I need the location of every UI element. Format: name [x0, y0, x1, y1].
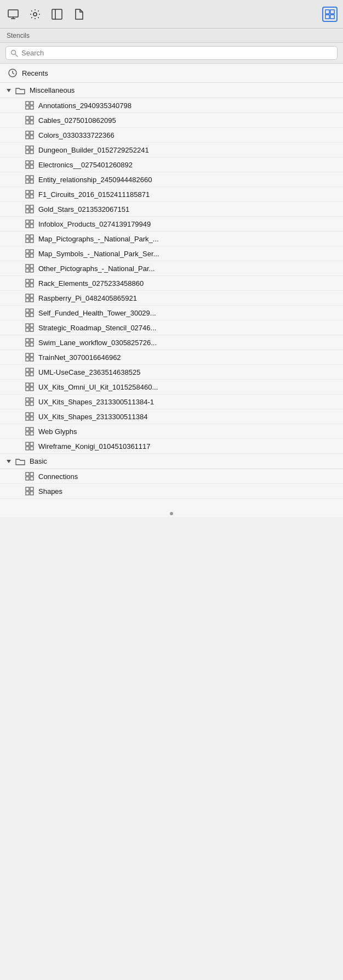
recents-label: Recents: [22, 69, 48, 77]
stencil-grid-icon: [25, 294, 34, 302]
svg-rect-15: [26, 106, 29, 109]
svg-rect-36: [30, 180, 33, 183]
item-label: Gold_Stars_0213532067151: [38, 205, 129, 213]
miscellaneous-label: Miscellaneous: [30, 86, 75, 94]
list-item[interactable]: Shapes: [0, 484, 343, 499]
svg-rect-75: [26, 328, 29, 331]
basic-section-header[interactable]: Basic: [0, 454, 343, 469]
stencil-grid-icon: [25, 264, 34, 273]
svg-rect-89: [26, 383, 29, 386]
stencil-grid-icon: [25, 160, 34, 169]
svg-rect-76: [30, 328, 33, 331]
search-bar: [0, 43, 343, 64]
svg-rect-93: [26, 398, 29, 401]
list-item[interactable]: Annotations_2940935340798: [0, 98, 343, 113]
list-item[interactable]: Map_Symbols_-_National_Park_Ser...: [0, 246, 343, 261]
svg-rect-45: [26, 220, 29, 223]
stencil-grid-icon: [25, 175, 34, 184]
svg-rect-65: [26, 294, 29, 297]
list-item[interactable]: Dungeon_Builder_0152729252241: [0, 143, 343, 157]
svg-rect-28: [30, 150, 33, 154]
panel-content: Recents Miscellaneous Annotations_294093…: [0, 64, 343, 510]
list-item[interactable]: Raspberry_Pi_0482405865921: [0, 291, 343, 306]
list-item[interactable]: Infoblox_Products_0274139179949: [0, 217, 343, 232]
folder-icon-miscellaneous: [15, 87, 25, 94]
svg-rect-94: [30, 398, 33, 401]
svg-rect-108: [30, 447, 33, 450]
list-item[interactable]: Rack_Elements_0275233458860: [0, 276, 343, 291]
svg-rect-88: [30, 373, 33, 376]
svg-rect-46: [30, 220, 33, 223]
recents-section-header[interactable]: Recents: [0, 64, 343, 83]
svg-rect-95: [26, 402, 29, 405]
list-item[interactable]: Gold_Stars_0213532067151: [0, 202, 343, 217]
item-label: Other_Pictographs_-_National_Par...: [38, 264, 155, 273]
list-item[interactable]: Strategic_Roadmap_Stencil_02746...: [0, 320, 343, 335]
basic-label: Basic: [30, 457, 47, 465]
svg-rect-91: [26, 387, 29, 391]
list-item[interactable]: Web Glyphs: [0, 424, 343, 439]
list-item[interactable]: Swim_Lane_workflow_0305825726...: [0, 335, 343, 350]
list-item[interactable]: UX_Kits_Shapes_2313300511384-1: [0, 395, 343, 409]
stencil-grid-icon: [25, 368, 34, 376]
svg-rect-44: [30, 210, 33, 213]
svg-rect-22: [30, 131, 33, 134]
list-item[interactable]: Colors_0330333722366: [0, 128, 343, 143]
svg-rect-43: [26, 210, 29, 213]
stencil-grid-icon: [25, 234, 34, 243]
list-item[interactable]: Electronics__0275401260892: [0, 157, 343, 172]
stencil-grid-icon: [25, 323, 34, 332]
svg-rect-72: [30, 313, 33, 317]
svg-rect-67: [26, 298, 29, 302]
item-label: Annotations_2940935340798: [38, 102, 132, 110]
svg-rect-16: [30, 106, 33, 109]
miscellaneous-section-header[interactable]: Miscellaneous: [0, 83, 343, 98]
scroll-indicator: [0, 510, 343, 517]
svg-rect-69: [26, 309, 29, 312]
item-label: Dungeon_Builder_0152729252241: [38, 146, 149, 154]
settings-icon[interactable]: [27, 7, 43, 22]
list-item[interactable]: Entity_relationship_2450944482660: [0, 172, 343, 187]
svg-rect-51: [26, 239, 29, 243]
list-item[interactable]: Cables_0275010862095: [0, 113, 343, 128]
svg-rect-38: [30, 190, 33, 194]
svg-rect-23: [26, 136, 29, 139]
list-item[interactable]: F1_Circuits_2016_0152411185871: [0, 187, 343, 202]
stencil-grid-icon: [25, 101, 34, 110]
svg-rect-98: [30, 413, 33, 416]
list-item[interactable]: Other_Pictographs_-_National_Par...: [0, 261, 343, 276]
search-wrapper[interactable]: [5, 46, 338, 60]
svg-rect-66: [30, 294, 33, 297]
svg-rect-37: [26, 190, 29, 194]
document-icon[interactable]: [71, 7, 87, 22]
svg-rect-47: [26, 224, 29, 228]
list-item[interactable]: Map_Pictographs_-_National_Park_...: [0, 232, 343, 246]
svg-rect-19: [26, 121, 29, 124]
list-item[interactable]: Self_Funded_Health_Tower_30029...: [0, 306, 343, 320]
list-item[interactable]: TrainNet_3070016646962: [0, 350, 343, 365]
item-label: Connections: [38, 472, 78, 481]
svg-rect-77: [26, 339, 29, 342]
svg-rect-84: [30, 358, 33, 361]
grid-view-icon[interactable]: [322, 7, 338, 22]
list-item[interactable]: UML-UseCase_2363514638525: [0, 365, 343, 380]
panel-icon[interactable]: [49, 7, 65, 22]
list-item[interactable]: UX_Kits_Shapes_2313300511384: [0, 409, 343, 424]
list-item[interactable]: Wireframe_Konigi_0104510361117: [0, 439, 343, 454]
svg-rect-42: [30, 205, 33, 209]
svg-rect-87: [26, 373, 29, 376]
search-input[interactable]: [21, 49, 333, 57]
stencil-grid-icon: [25, 308, 34, 317]
svg-rect-63: [26, 284, 29, 287]
stencil-grid-icon: [25, 472, 34, 481]
search-icon: [10, 49, 18, 57]
svg-rect-7: [330, 9, 334, 13]
svg-rect-17: [26, 116, 29, 120]
stencil-grid-icon: [25, 116, 34, 125]
item-label: Raspberry_Pi_0482405865921: [38, 294, 137, 302]
list-item[interactable]: UX_Kits_Omni_UI_Kit_1015258460...: [0, 380, 343, 395]
svg-rect-80: [30, 343, 33, 346]
svg-rect-54: [30, 250, 33, 253]
list-item[interactable]: Connections: [0, 469, 343, 484]
display-icon[interactable]: [5, 7, 21, 22]
